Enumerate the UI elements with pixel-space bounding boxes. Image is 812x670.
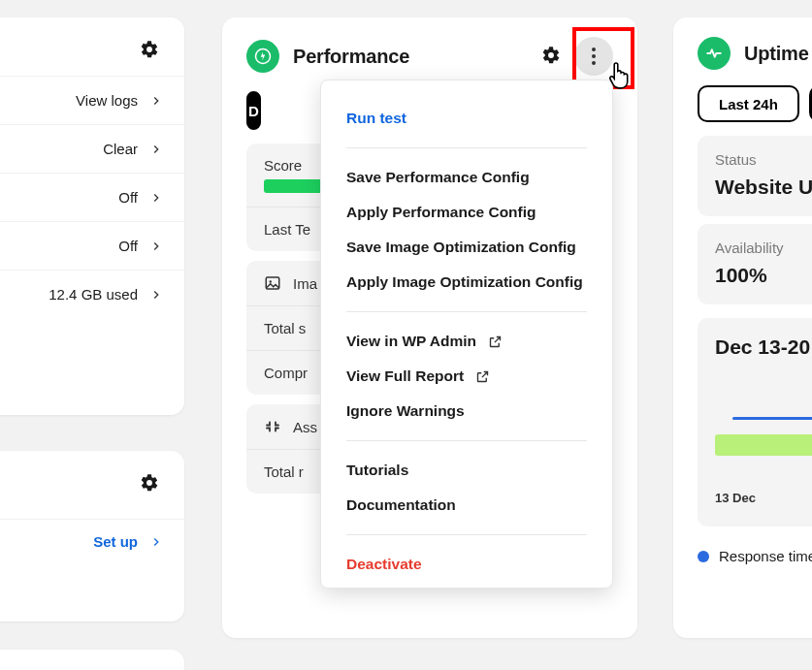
- menu-view-full-report[interactable]: View Full Report: [321, 359, 612, 394]
- primary-action-button[interactable]: D: [246, 91, 261, 130]
- menu-apply-perf-config-label: Apply Performance Config: [346, 204, 536, 221]
- availability-value: 100%: [715, 264, 812, 287]
- menu-save-img-config-label: Save Image Optimization Config: [346, 239, 576, 256]
- chart-axis-label: 13 Dec: [715, 491, 812, 505]
- range-label: Last 24h: [719, 96, 778, 112]
- menu-apply-perf-config[interactable]: Apply Performance Config: [321, 195, 612, 230]
- gear-icon: [140, 40, 159, 62]
- uptime-title: Uptime: [744, 43, 809, 65]
- status-label: Status: [715, 151, 812, 168]
- status-block: Status Website Up: [698, 136, 812, 216]
- chart-area: [715, 398, 812, 485]
- performance-title: Performance: [293, 46, 409, 68]
- off-label-2: Off: [118, 238, 138, 254]
- left-card-1-header: [0, 17, 184, 76]
- menu-separator: [346, 534, 587, 535]
- chevron-right-icon: [149, 143, 163, 156]
- menu-ignore-warnings-label: Ignore Warnings: [346, 402, 465, 420]
- setup-label: Set up: [93, 533, 138, 550]
- menu-save-perf-config-label: Save Performance Config: [346, 169, 530, 186]
- left-card-1: View logs Clear Off Off 12.4 GB used: [0, 17, 184, 415]
- storage-label: 12.4 GB used: [49, 286, 138, 303]
- chart-title: Dec 13-20: [715, 335, 812, 359]
- menu-run-test-label: Run test: [346, 110, 406, 127]
- gear-button-left-1[interactable]: [136, 37, 163, 64]
- clear-label: Clear: [103, 141, 138, 157]
- image-icon: [264, 274, 281, 292]
- menu-save-img-config[interactable]: Save Image Optimization Config: [321, 230, 612, 265]
- chevron-right-icon: [149, 535, 163, 549]
- setup-button[interactable]: Set up: [0, 519, 184, 563]
- image-label: Ima: [293, 275, 317, 292]
- range-button[interactable]: Last 24h: [698, 85, 799, 122]
- performance-icon: [246, 40, 279, 73]
- menu-deactivate[interactable]: Deactivate: [321, 547, 612, 582]
- gear-icon: [140, 473, 159, 495]
- left-card-3: [0, 650, 184, 670]
- external-link-icon: [475, 369, 490, 384]
- total-requests-label: Total r: [264, 463, 304, 480]
- uptime-card: Uptime Last 24h Status Website Up Availa…: [673, 17, 812, 638]
- chevron-right-icon: [149, 288, 163, 302]
- status-value: Website Up: [715, 175, 812, 199]
- uptime-icon: [698, 37, 731, 70]
- menu-documentation-label: Documentation: [346, 496, 456, 514]
- gear-button-performance[interactable]: [537, 43, 565, 70]
- total-size-label: Total s: [264, 320, 306, 336]
- uptime-bar: [715, 434, 812, 456]
- availability-block: Availability 100%: [698, 224, 812, 304]
- more-menu-dropdown: Run test Save Performance Config Apply P…: [320, 80, 613, 589]
- minimize-icon: [264, 418, 281, 435]
- last-test-label: Last Te: [264, 221, 310, 238]
- legend-dot-icon: [698, 551, 709, 562]
- gear-icon: [541, 46, 561, 68]
- availability-label: Availability: [715, 239, 812, 256]
- view-logs-label: View logs: [76, 92, 138, 109]
- off-row-1[interactable]: Off: [0, 173, 184, 221]
- menu-ignore-warnings[interactable]: Ignore Warnings: [321, 394, 612, 429]
- chart-legend: Response time: [698, 548, 812, 564]
- menu-apply-img-config-label: Apply Image Optimization Config: [346, 273, 583, 291]
- clear-row[interactable]: Clear: [0, 124, 184, 173]
- chevron-right-icon: [149, 239, 163, 253]
- primary-action-label: D: [248, 103, 259, 119]
- chevron-right-icon: [149, 94, 163, 108]
- menu-separator: [346, 311, 587, 312]
- legend-label: Response time: [719, 548, 812, 564]
- menu-save-perf-config[interactable]: Save Performance Config: [321, 160, 612, 195]
- off-row-2[interactable]: Off: [0, 221, 184, 270]
- more-menu-button[interactable]: [574, 37, 613, 76]
- uptime-header: Uptime: [673, 17, 812, 85]
- menu-deactivate-label: Deactivate: [346, 556, 422, 573]
- score-label: Score: [264, 157, 302, 174]
- svg-point-2: [270, 280, 272, 282]
- off-label-1: Off: [118, 189, 138, 206]
- menu-separator: [346, 440, 587, 441]
- menu-run-test[interactable]: Run test: [321, 80, 612, 136]
- storage-row[interactable]: 12.4 GB used: [0, 270, 184, 318]
- menu-view-wp-admin-label: View in WP Admin: [346, 333, 476, 350]
- asset-label: Ass: [293, 419, 317, 435]
- menu-view-full-report-label: View Full Report: [346, 367, 464, 385]
- menu-apply-img-config[interactable]: Apply Image Optimization Config: [321, 265, 612, 300]
- uptime-chart: Dec 13-20 13 Dec: [698, 318, 812, 526]
- left-card-2: lates Set up: [0, 451, 184, 622]
- view-logs-row[interactable]: View logs: [0, 76, 184, 124]
- external-link-icon: [488, 335, 503, 349]
- compression-label: Compr: [264, 365, 308, 381]
- menu-view-wp-admin[interactable]: View in WP Admin: [321, 324, 612, 359]
- kebab-icon: [592, 48, 596, 65]
- chevron-right-icon: [149, 191, 163, 205]
- menu-tutorials[interactable]: Tutorials: [321, 453, 612, 488]
- menu-documentation[interactable]: Documentation: [321, 488, 612, 523]
- gear-button-left-2[interactable]: [136, 470, 163, 497]
- menu-separator: [346, 147, 587, 148]
- response-time-line: [732, 417, 812, 420]
- menu-tutorials-label: Tutorials: [346, 462, 408, 479]
